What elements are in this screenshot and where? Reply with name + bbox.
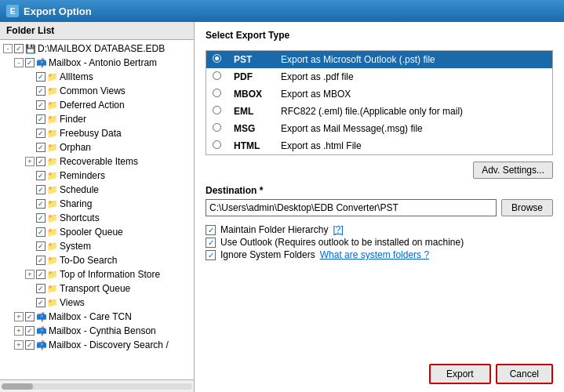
folder-checkbox[interactable]: ✓ — [36, 199, 45, 209]
expand-icon[interactable]: - — [3, 44, 13, 53]
horizontal-scrollbar[interactable] — [0, 379, 194, 392]
folder-checkbox[interactable]: ✓ — [36, 185, 45, 194]
export-type-desc: Export as Microsoft Outlook (.pst) file — [275, 51, 552, 68]
expand-icon — [25, 143, 35, 152]
folder-checkbox[interactable]: ✓ — [36, 213, 45, 223]
folder-item-root[interactable]: -✓💾D:\MAILBOX DATABASE.EDB — [0, 42, 194, 56]
folder-item-sharing[interactable]: ✓📁Sharing — [0, 197, 194, 211]
export-type-row-pdf[interactable]: PDFExport as .pdf file — [206, 68, 552, 85]
destination-label: Destination * — [206, 185, 553, 196]
folder-icon: 📁 — [47, 143, 58, 153]
expand-icon[interactable]: + — [25, 157, 35, 166]
folder-checkbox[interactable]: ✓ — [36, 284, 45, 293]
folder-icon: 📫 — [36, 58, 47, 68]
folder-icon: 💾 — [25, 44, 36, 54]
expand-icon — [25, 199, 35, 209]
export-button[interactable]: Export — [429, 364, 491, 384]
folder-icon: 📁 — [47, 227, 58, 238]
option-checkbox[interactable]: ✓ — [206, 238, 216, 248]
folder-item-mailbox-discovery[interactable]: +✓📫Mailbox - Discovery Search / — [0, 338, 194, 352]
folder-item-mailbox-care-tcn[interactable]: +✓📫Mailbox - Care TCN — [0, 310, 194, 324]
folder-item-top-info-store[interactable]: +✓📁Top of Information Store — [0, 267, 194, 281]
folder-checkbox[interactable]: ✓ — [25, 312, 35, 321]
folder-label: Common Views — [60, 85, 126, 96]
folder-checkbox[interactable]: ✓ — [36, 171, 45, 180]
folder-checkbox[interactable]: ✓ — [36, 72, 45, 82]
radio-cell — [206, 68, 227, 85]
expand-icon[interactable]: + — [14, 326, 24, 336]
option-checkbox[interactable]: ✓ — [206, 225, 216, 235]
expand-icon[interactable]: + — [14, 312, 24, 321]
scroll-thumb[interactable] — [2, 383, 33, 390]
folder-checkbox[interactable]: ✓ — [36, 227, 45, 237]
folder-item-common-views[interactable]: ✓📁Common Views — [0, 84, 194, 98]
folder-item-system[interactable]: ✓📁System — [0, 239, 194, 253]
option-row-use-outlook[interactable]: ✓Use Outlook (Requires outlook to be ins… — [206, 237, 553, 248]
export-type-row-pst[interactable]: PSTExport as Microsoft Outlook (.pst) fi… — [206, 51, 552, 68]
option-checkbox[interactable]: ✓ — [206, 250, 216, 260]
option-row-maintain-hierarchy[interactable]: ✓Maintain Folder Hierarchy[?] — [206, 224, 553, 235]
folder-checkbox[interactable]: ✓ — [14, 44, 24, 53]
folder-label: Mailbox - Cynthia Benson — [49, 325, 156, 336]
folder-item-spooler-queue[interactable]: ✓📁Spooler Queue — [0, 225, 194, 239]
folder-label: Orphan — [60, 142, 91, 153]
folder-item-allitems[interactable]: ✓📁AllItems — [0, 70, 194, 84]
export-type-row-msg[interactable]: MSGExport as Mail Message(.msg) file — [206, 120, 552, 137]
radio-cell — [206, 51, 227, 68]
folder-item-recoverable-items[interactable]: +✓📁Recoverable Items — [0, 154, 194, 169]
destination-input[interactable] — [206, 199, 497, 216]
expand-icon[interactable]: + — [25, 270, 35, 279]
folder-item-freebusy-data[interactable]: ✓📁Freebusy Data — [0, 126, 194, 140]
folder-item-mailbox-cynthia[interactable]: +✓📫Mailbox - Cynthia Benson — [0, 324, 194, 338]
folder-item-schedule[interactable]: ✓📁Schedule — [0, 183, 194, 197]
folder-item-deferred-action[interactable]: ✓📁Deferred Action — [0, 98, 194, 112]
folder-item-orphan[interactable]: ✓📁Orphan — [0, 140, 194, 154]
folder-label: Mailbox - Antonio Bertram — [49, 57, 157, 68]
app-icon: E — [6, 5, 19, 17]
radio-cell — [206, 85, 227, 103]
export-type-section: PSTExport as Microsoft Outlook (.pst) fi… — [206, 50, 553, 155]
export-type-row-eml[interactable]: EMLRFC822 (.eml) file.(Applicable only f… — [206, 103, 552, 120]
folder-icon: 📁 — [47, 298, 58, 308]
expand-icon[interactable]: + — [14, 340, 24, 350]
folder-item-shortcuts[interactable]: ✓📁Shortcuts — [0, 211, 194, 225]
export-type-header: Select Export Type — [206, 30, 553, 41]
option-help-link[interactable]: What are system folders ? — [320, 249, 429, 260]
expand-icon — [25, 241, 35, 251]
folder-item-transport-queue[interactable]: ✓📁Transport Queue — [0, 281, 194, 296]
folder-icon: 📁 — [47, 157, 58, 167]
folder-checkbox[interactable]: ✓ — [36, 157, 45, 166]
folder-label: System — [60, 241, 91, 252]
folder-item-views[interactable]: ✓📁Views — [0, 296, 194, 310]
folder-checkbox[interactable]: ✓ — [36, 114, 45, 124]
folder-checkbox[interactable]: ✓ — [36, 241, 45, 251]
folder-checkbox[interactable]: ✓ — [36, 256, 45, 265]
folder-item-to-do-search[interactable]: ✓📁To-Do Search — [0, 253, 194, 267]
option-row-ignore-system[interactable]: ✓Ignore System FoldersWhat are system fo… — [206, 249, 553, 260]
folder-checkbox[interactable]: ✓ — [25, 340, 35, 350]
folder-tree[interactable]: -✓💾D:\MAILBOX DATABASE.EDB-✓📫Mailbox - A… — [0, 40, 194, 379]
folder-item-reminders[interactable]: ✓📁Reminders — [0, 169, 194, 183]
option-help-link[interactable]: [?] — [333, 224, 343, 235]
folder-icon: 📫 — [36, 326, 47, 336]
folder-checkbox[interactable]: ✓ — [36, 270, 45, 279]
folder-item-mailbox-antonio[interactable]: -✓📫Mailbox - Antonio Bertram — [0, 56, 194, 70]
export-type-row-mbox[interactable]: MBOXExport as MBOX — [206, 85, 552, 103]
folder-checkbox[interactable]: ✓ — [36, 143, 45, 152]
folder-checkbox[interactable]: ✓ — [36, 100, 45, 110]
browse-button[interactable]: Browse — [501, 199, 553, 216]
folder-checkbox[interactable]: ✓ — [25, 326, 35, 336]
destination-section: Destination * Browse — [206, 185, 553, 216]
adv-settings-button[interactable]: Adv. Settings... — [473, 162, 553, 179]
folder-icon: 📫 — [36, 340, 47, 350]
folder-checkbox[interactable]: ✓ — [25, 58, 35, 67]
folder-item-finder[interactable]: ✓📁Finder — [0, 112, 194, 126]
export-type-name: HTML — [227, 137, 275, 154]
expand-icon[interactable]: - — [14, 58, 24, 67]
expand-icon — [25, 284, 35, 293]
cancel-button[interactable]: Cancel — [496, 364, 553, 384]
folder-checkbox[interactable]: ✓ — [36, 129, 45, 138]
folder-checkbox[interactable]: ✓ — [36, 86, 45, 96]
folder-checkbox[interactable]: ✓ — [36, 298, 45, 307]
export-type-row-html[interactable]: HTMLExport as .html File — [206, 137, 552, 154]
